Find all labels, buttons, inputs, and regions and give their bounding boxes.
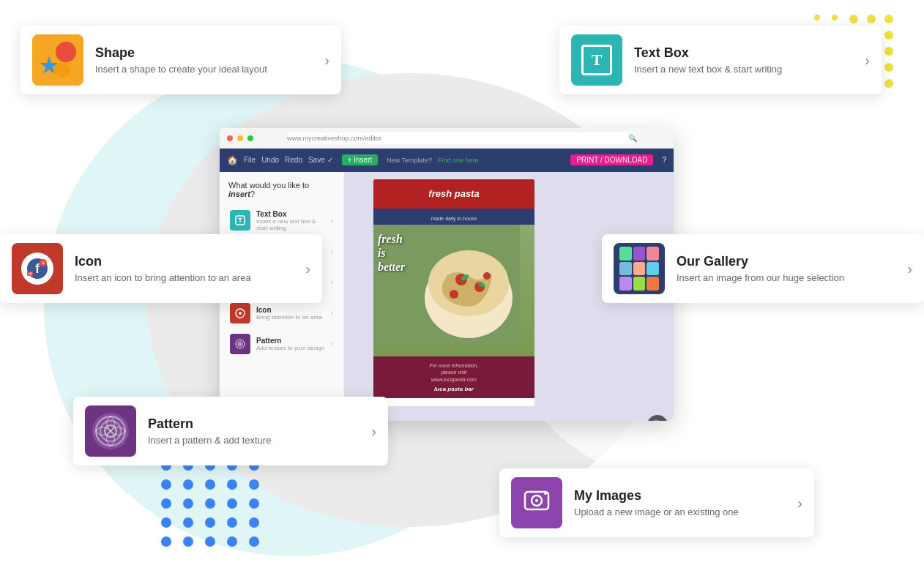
editor-toolbar: 🏠 File Undo Redo Save ✓ + Insert New Tem…	[220, 149, 674, 172]
sidebar-chevron-icon: ›	[331, 309, 333, 317]
toolbar-find-one[interactable]: Find one here	[438, 157, 479, 164]
gallery-card-desc: Insert an image from our huge selection	[677, 272, 895, 283]
svg-text:✉: ✉	[29, 272, 32, 276]
pasta-poster-footer: For more information,please visitwww.luc…	[373, 356, 534, 398]
myimages-icon	[522, 486, 551, 520]
blue-dots-pattern	[161, 460, 262, 547]
sidebar-icon-icon	[230, 303, 250, 323]
pattern-card-title: Pattern	[148, 416, 359, 432]
browser-dot-green	[247, 135, 253, 141]
toolbar-redo[interactable]: Redo	[285, 156, 302, 164]
myimages-card-content: My Images Upload a new image or an exist…	[574, 488, 786, 517]
shape-card-content: Shape Insert a shape to create your idea…	[95, 45, 313, 75]
textbox-card-icon: T	[571, 34, 622, 86]
svg-text:+: +	[42, 261, 45, 266]
sidebar-chevron-shape: ›	[331, 278, 333, 286]
zoom-button[interactable]: 🔍	[647, 415, 668, 421]
sidebar-chevron-textbox: ›	[331, 217, 333, 225]
icon-card-desc: Insert an icon to bring attention to an …	[75, 272, 294, 283]
browser-bar: www.mycreativeshop.com/editor 🔍	[220, 128, 674, 149]
gallery-card-content: Our Gallery Insert an image from our hug…	[677, 254, 895, 283]
pasta-overlay-text: freshisbetter	[378, 232, 405, 274]
textbox-card[interactable]: T Text Box Insert a new text box & start…	[559, 26, 882, 94]
pasta-footer-brand: luca pasta bar	[379, 386, 529, 392]
pasta-image-area: freshisbetter	[373, 225, 534, 356]
icon-card-arrow: ›	[305, 261, 310, 277]
myimages-card-title: My Images	[574, 488, 786, 504]
textbox-card-title: Text Box	[634, 45, 853, 61]
shape-card-icon	[32, 34, 83, 86]
myimages-card[interactable]: My Images Upload a new image or an exist…	[499, 468, 814, 537]
pattern-card[interactable]: Pattern Insert a pattern & add texture ›	[73, 397, 388, 465]
shape-card-arrow: ›	[324, 52, 329, 69]
icon-card-icon: f + ✉	[12, 243, 63, 294]
icon-card[interactable]: f + ✉ Icon Insert an icon to bring atten…	[0, 234, 322, 303]
gallery-card-arrow: ›	[907, 261, 912, 277]
toolbar-new-template: New Template?	[387, 157, 432, 164]
sidebar-text-pattern: Pattern Add texture to your design	[256, 337, 325, 351]
browser-url-bar: www.mycreativeshop.com/editor 🔍	[287, 132, 637, 144]
svg-text:T: T	[238, 217, 242, 224]
icon-card-content: Icon Insert an icon to bring attention t…	[75, 254, 294, 283]
sidebar-item-textbox[interactable]: T Text Box Insert a new text box & start…	[226, 206, 338, 236]
svg-point-29	[450, 290, 458, 299]
svg-point-20	[239, 312, 242, 315]
pasta-poster: fresh pasta made daily in-house	[373, 179, 534, 406]
sidebar-keyword: insert	[228, 190, 250, 198]
icon-face: f + ✉	[21, 253, 53, 285]
svg-text:f: f	[35, 261, 40, 276]
gallery-card-title: Our Gallery	[677, 254, 895, 269]
textbox-card-arrow: ›	[865, 52, 870, 69]
svg-point-23	[239, 343, 241, 345]
sidebar-icon-textbox: T	[230, 210, 250, 231]
gallery-card-icon	[614, 243, 665, 294]
shape-card[interactable]: Shape Insert a shape to create your idea…	[21, 26, 341, 94]
shape-icon-shapes	[40, 42, 76, 78]
browser-dot-yellow	[237, 135, 243, 141]
myimages-card-arrow: ›	[797, 495, 802, 512]
pattern-card-desc: Insert a pattern & add texture	[148, 435, 359, 446]
browser-url-text: www.mycreativeshop.com/editor	[287, 135, 381, 142]
pasta-poster-header: fresh pasta	[373, 179, 534, 209]
pattern-card-icon	[85, 405, 136, 457]
toolbar-home-icon[interactable]: 🏠	[227, 155, 238, 165]
myimages-card-icon	[511, 477, 562, 528]
sidebar-chevron-image: ›	[331, 247, 333, 255]
textbox-card-desc: Insert a new text box & start writing	[634, 64, 853, 75]
pattern-card-content: Pattern Insert a pattern & add texture	[148, 416, 359, 446]
sidebar-title: What would you like to insert?	[226, 181, 338, 198]
pasta-title: fresh pasta	[428, 188, 479, 199]
toolbar-help-icon[interactable]: ?	[662, 156, 666, 164]
sidebar-text-icon: Icon Bring attention to an area	[256, 306, 325, 321]
toolbar-insert-button[interactable]: + Insert	[342, 154, 379, 165]
sidebar-item-pattern[interactable]: Pattern Add texture to your design ›	[226, 329, 338, 359]
pasta-bottom-text: For more information,please visitwww.luc…	[379, 362, 529, 384]
toolbar-undo[interactable]: Undo	[261, 156, 279, 164]
gallery-card[interactable]: Our Gallery Insert an image from our hug…	[602, 234, 924, 303]
myimages-card-desc: Upload a new image or an existing one	[574, 506, 786, 517]
svg-point-30	[483, 272, 491, 280]
pattern-card-arrow: ›	[371, 423, 376, 440]
sidebar-icon-pattern	[230, 334, 250, 354]
toolbar-file[interactable]: File	[244, 156, 256, 164]
pattern-icon	[92, 413, 129, 449]
toolbar-save[interactable]: Save ✓	[308, 156, 333, 164]
svg-point-11	[535, 499, 538, 502]
sidebar-chevron-pattern: ›	[331, 340, 333, 348]
pasta-subtitle: made daily in-house	[431, 216, 477, 221]
textbox-card-content: Text Box Insert a new text box & start w…	[634, 45, 853, 75]
shape-card-desc: Insert a shape to create your ideal layo…	[95, 64, 313, 75]
textbox-icon: T	[581, 45, 612, 75]
svg-point-12	[544, 492, 547, 495]
browser-dot-red	[227, 135, 233, 141]
browser-search-icon: 🔍	[628, 134, 637, 142]
pasta-subtitle-bar: made daily in-house	[373, 209, 534, 225]
shape-card-title: Shape	[95, 45, 313, 61]
gallery-icon-grid	[619, 247, 659, 291]
toolbar-print-button[interactable]: PRINT / DOWNLOAD	[570, 154, 653, 165]
icon-card-title: Icon	[75, 254, 294, 269]
sidebar-text-textbox: Text Box Insert a new text box & start w…	[256, 210, 325, 231]
